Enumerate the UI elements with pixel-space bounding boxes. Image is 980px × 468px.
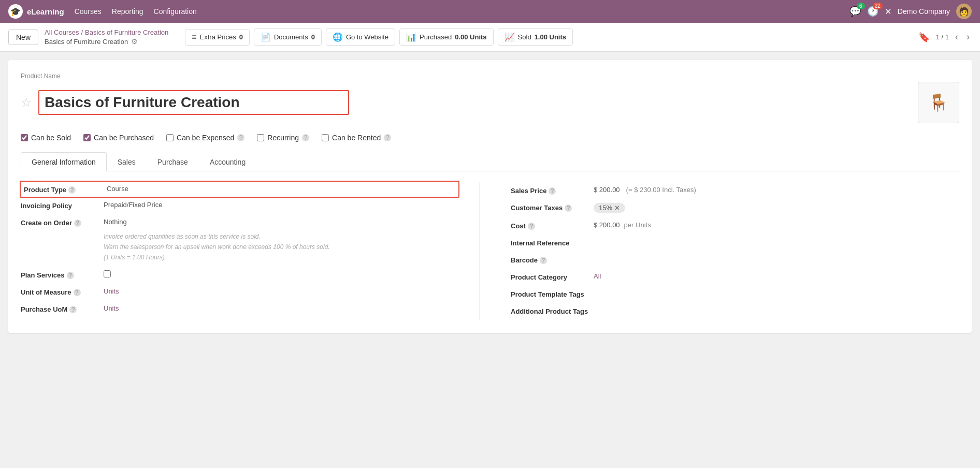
form-content-grid: Product Type ? Course Invoicing Policy P… (21, 182, 959, 320)
app-logo[interactable]: 🎓 eLearning (8, 4, 64, 19)
globe-icon: 🌐 (333, 32, 343, 42)
product-category-label: Product Category (511, 272, 594, 281)
cost-display: $ 200.00 per Units (594, 221, 959, 229)
new-button[interactable]: New (8, 30, 38, 45)
product-type-value[interactable]: Course (107, 185, 455, 193)
can-be-expensed-help-icon: ? (237, 134, 244, 141)
uom-label: Unit of Measure ? (21, 287, 104, 296)
recurring-label: Recurring (267, 134, 299, 142)
sales-price-display: $ 200.00 (= $ 230.00 Incl. Taxes) (594, 186, 959, 194)
activity-badge: 22 (873, 3, 883, 9)
template-tags-label: Product Template Tags (511, 289, 594, 298)
recurring-input[interactable] (257, 134, 264, 141)
sales-price-amount[interactable]: $ 200.00 (594, 186, 620, 194)
customer-taxes-field: Customer Taxes ? 15% ✕ (511, 199, 959, 217)
sales-price-value-row: $ 200.00 (= $ 230.00 Incl. Taxes) (594, 186, 959, 194)
sold-count: 1.00 Units (535, 33, 566, 41)
customer-taxes-value: 15% ✕ (594, 203, 959, 213)
product-flags-row: Can be Sold Can be Purchased Can be Expe… (21, 134, 959, 142)
create-on-order-field: Create on Order ? Nothing (21, 214, 458, 231)
company-name: Demo Company (898, 7, 950, 16)
top-navigation: 🎓 eLearning Courses Reporting Configurat… (0, 0, 980, 23)
barcode-label: Barcode ? (511, 255, 594, 264)
can-be-expensed-input[interactable] (166, 134, 174, 141)
purchase-uom-field: Purchase UoM ? Units (21, 300, 458, 317)
cost-amount[interactable]: $ 200.00 (594, 221, 620, 229)
documents-count: 0 (311, 33, 315, 41)
tab-accounting[interactable]: Accounting (199, 152, 256, 171)
form-right-column: Sales Price ? $ 200.00 (= $ 230.00 Incl.… (500, 182, 959, 320)
product-name-input[interactable] (38, 90, 349, 115)
tax-badge: 15% ✕ (594, 203, 625, 213)
purchase-uom-help-icon: ? (69, 306, 77, 313)
go-to-website-label: Go to Website (346, 33, 388, 41)
internal-reference-field: Internal Reference (511, 234, 959, 251)
navigation-arrows: 🔖 1 / 1 ‹ › (916, 30, 972, 45)
sold-label: Sold (518, 33, 531, 41)
cost-help-icon: ? (528, 223, 535, 230)
close-icon[interactable]: ✕ (885, 7, 891, 17)
cost-label: Cost ? (511, 221, 594, 230)
action-bar: New All Courses / Basics of Furniture Cr… (0, 23, 980, 52)
tab-sales[interactable]: Sales (107, 152, 147, 171)
plan-services-help-icon: ? (67, 272, 74, 279)
product-name-row: ☆ 🪑 (21, 82, 959, 123)
create-on-order-label: Create on Order ? (21, 218, 104, 227)
documents-button[interactable]: 📄 Documents 0 (254, 28, 322, 46)
uom-value[interactable]: Units (104, 287, 458, 295)
invoice-note: Invoice ordered quantities as soon as th… (21, 231, 458, 241)
nav-configuration[interactable]: Configuration (154, 7, 197, 16)
create-on-order-value[interactable]: Nothing (104, 218, 458, 226)
product-type-field: Product Type ? Course (20, 181, 459, 198)
can-be-expensed-label: Can be Expensed (177, 134, 234, 142)
remove-tax-button[interactable]: ✕ (614, 204, 620, 212)
purchased-button[interactable]: 📊 Purchased 0.00 Units (399, 28, 494, 46)
form-tabs: General Information Sales Purchase Accou… (21, 152, 959, 171)
product-image[interactable]: 🪑 (918, 82, 959, 123)
nav-courses[interactable]: Courses (75, 7, 102, 16)
cost-value-row: $ 200.00 per Units (594, 221, 959, 229)
activities-button[interactable]: 🕐 22 (867, 6, 878, 17)
pagination-display: 1 / 1 (936, 33, 949, 41)
can-be-expensed-checkbox[interactable]: Can be Expensed ? (166, 134, 244, 142)
next-record-button[interactable]: › (964, 30, 972, 45)
tab-purchase[interactable]: Purchase (147, 152, 199, 171)
sold-button[interactable]: 📈 Sold 1.00 Units (498, 28, 573, 46)
can-be-sold-input[interactable] (21, 134, 28, 141)
purchase-uom-value[interactable]: Units (104, 304, 458, 312)
extra-prices-button[interactable]: ≡ Extra Prices 0 (185, 29, 250, 46)
notifications-button[interactable]: 💬 6 (849, 6, 861, 17)
go-to-website-button[interactable]: 🌐 Go to Website (326, 28, 395, 46)
template-tags-field: Product Template Tags (511, 285, 959, 302)
barcode-field: Barcode ? (511, 251, 959, 268)
breadcrumb-current: Basics of Furniture Creation (85, 28, 168, 36)
list-icon: ≡ (192, 33, 196, 42)
favorite-star-icon[interactable]: ☆ (21, 95, 32, 110)
recurring-help-icon: ? (302, 134, 309, 141)
uom-help-icon: ? (74, 289, 81, 296)
invoicing-policy-value[interactable]: Prepaid/Fixed Price (104, 201, 458, 209)
can-be-rented-input[interactable] (322, 134, 329, 141)
can-be-purchased-input[interactable] (83, 134, 91, 141)
plan-services-checkbox[interactable] (104, 270, 111, 277)
tab-general-information[interactable]: General Information (21, 152, 107, 171)
nav-reporting[interactable]: Reporting (112, 7, 143, 16)
can-be-sold-checkbox[interactable]: Can be Sold (21, 134, 71, 142)
prev-record-button[interactable]: ‹ (953, 30, 960, 45)
main-form: Product Name ☆ 🪑 Can be Sold Can be Purc… (8, 60, 972, 333)
can-be-purchased-checkbox[interactable]: Can be Purchased (83, 134, 154, 142)
settings-gear-icon[interactable]: ⚙ (131, 37, 138, 46)
product-category-value[interactable]: All (594, 272, 959, 280)
documents-label: Documents (274, 33, 308, 41)
avatar[interactable]: 🧑 (956, 4, 972, 19)
can-be-sold-label: Can be Sold (31, 134, 71, 142)
purchased-label: Purchased (420, 33, 452, 41)
extra-prices-label: Extra Prices (200, 33, 236, 41)
breadcrumb-parent-link[interactable]: All Courses (45, 28, 79, 36)
purchased-icon: 📊 (406, 32, 416, 42)
bookmark-button[interactable]: 🔖 (916, 30, 932, 45)
additional-tags-label: Additional Product Tags (511, 306, 594, 316)
sold-icon: 📈 (505, 32, 515, 42)
recurring-checkbox[interactable]: Recurring ? (257, 134, 309, 142)
can-be-rented-checkbox[interactable]: Can be Rented ? (322, 134, 391, 142)
